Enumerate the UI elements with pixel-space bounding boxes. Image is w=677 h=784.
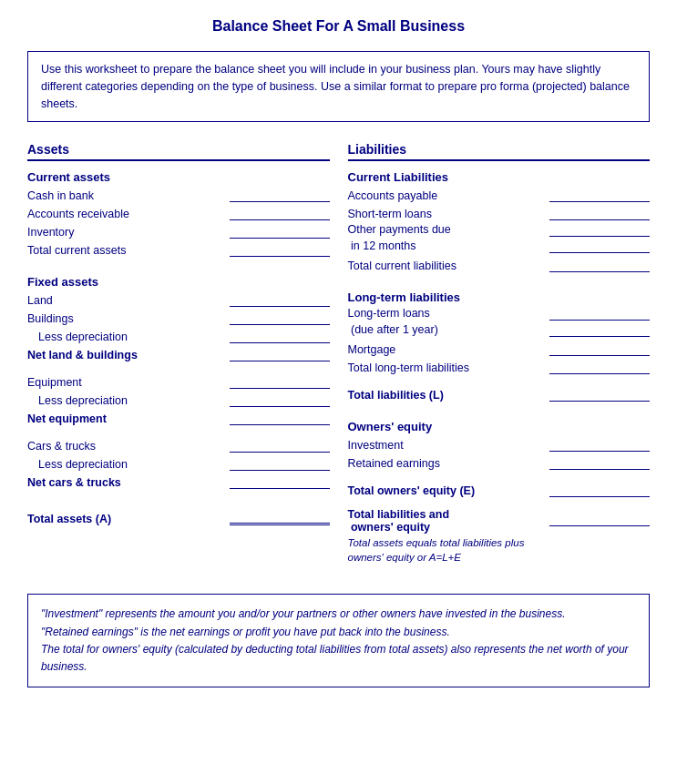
current-assets-title: Current assets [27,170,330,184]
line-item: Net equipment [27,409,330,425]
input-field[interactable] [230,224,330,239]
line-item: Net land & buildings [27,345,330,361]
input-field[interactable] [230,392,330,407]
footer-line-3: The total for owners' equity (calculated… [41,641,636,676]
item-label: Total long-term liabilities [348,361,550,374]
line-item: Cash in bank [27,186,330,202]
input-field[interactable] [549,222,650,237]
line-item: Less depreciation [27,327,330,343]
item-label: Buildings [27,312,230,325]
total-liabilities-equity-line: Total liabilities and owners' equity Tot… [348,508,651,565]
total-assets-label: Total assets (A) [27,513,230,525]
item-label: Less depreciation [27,331,230,343]
input-field[interactable] [549,306,650,321]
input-field[interactable] [230,411,330,425]
input-field[interactable] [549,258,650,272]
item-label: Cash in bank [27,189,230,202]
input-field[interactable] [230,188,330,202]
footer-line-2: "Retained earnings" is the net earnings … [41,624,636,641]
line-item: Accounts payable [348,186,651,202]
line-item: Total current assets [27,240,330,257]
input-field[interactable] [230,347,330,361]
fixed-assets-title: Fixed assets [27,275,330,289]
total-equity-label: Total owners' equity (E) [348,484,550,497]
item-label: Total current assets [27,244,230,257]
input-field[interactable] [230,438,330,453]
assets-column: Assets Current assets Cash in bank Accou… [27,142,339,527]
input-field[interactable] [230,292,330,307]
item-label: Cars & trucks [27,440,230,453]
input-field[interactable] [230,329,330,343]
intro-text: Use this worksheet to prepare the balanc… [27,51,650,122]
line-item: Other payments due in 12 months [348,222,651,254]
equity-note: Total assets equals total liabilities pl… [348,535,550,565]
input-field[interactable] [230,474,330,489]
input-field[interactable] [549,341,650,356]
line-item: Retained earnings [348,453,651,470]
input-field[interactable] [230,311,330,325]
total-assets-line: Total assets (A) [27,509,330,525]
total-liabilities-line: Total liabilities (L) [348,385,651,402]
line-item: Long-term loans (due after 1 year) [348,306,651,338]
item-label: Long-term loans (due after 1 year) [348,306,550,338]
input-field[interactable] [549,455,650,470]
line-item: Total current liabilities [348,256,651,272]
item-label: Accounts receivable [27,208,230,220]
item-label: Inventory [27,226,230,239]
line-item: Accounts receivable [27,204,330,220]
item-label: Mortgage [348,343,550,356]
line-item: Total long-term liabilities [348,358,651,374]
item-label: Investment [348,439,550,452]
line-item: Land [27,290,330,307]
line-item: Buildings [27,309,330,325]
assets-header: Assets [27,142,330,161]
line-item: Equipment [27,372,330,389]
input-field[interactable] [549,360,650,374]
input-field[interactable] [230,242,330,257]
line-item: Investment [348,435,651,452]
total-liabilities-label: Total liabilities (L) [348,389,550,402]
item-label: Total current liabilities [348,260,550,272]
input-field[interactable] [549,322,650,337]
input-field[interactable] [549,387,650,402]
input-field[interactable] [549,188,650,202]
line-item: Net cars & trucks [27,473,330,489]
liabilities-column: Liabilities Current Liabilities Accounts… [339,142,651,566]
total-assets-field[interactable] [230,511,330,525]
line-item: Short-term loans [348,204,651,220]
longterm-liabilities-title: Long-term liabilities [348,290,651,304]
line-item: Less depreciation [27,391,330,407]
item-label: Net land & buildings [27,349,230,361]
equity-title: Owners' equity [348,420,651,433]
input-field[interactable] [549,512,650,526]
footer-box: "Investment" represents the amount you a… [27,594,650,687]
input-field[interactable] [230,374,330,389]
item-label: Equipment [27,376,230,389]
item-label: Net equipment [27,412,230,425]
item-label: Other payments due in 12 months [348,222,550,254]
item-label: Land [27,294,230,307]
input-field[interactable] [549,206,650,220]
input-field[interactable] [549,483,650,497]
line-item: Mortgage [348,340,651,356]
item-label: Less depreciation [27,394,230,407]
line-item: Cars & trucks [27,436,330,453]
line-item: Less depreciation [27,454,330,471]
input-field[interactable] [230,456,330,471]
line-item: Inventory [27,222,330,239]
item-label: Net cars & trucks [27,476,230,489]
item-label: Less depreciation [27,458,230,471]
current-liabilities-title: Current Liabilities [348,170,651,184]
item-label: Retained earnings [348,457,550,470]
input-field[interactable] [549,437,650,452]
liabilities-header: Liabilities [348,142,651,161]
footer-line-1: "Investment" represents the amount you a… [41,606,636,623]
input-field[interactable] [230,206,330,220]
total-equity-line: Total owners' equity (E) [348,481,651,497]
item-label: Short-term loans [348,208,550,220]
page-title: Balance Sheet For A Small Business [27,18,650,35]
total-liabilities-equity-label: Total liabilities and owners' equity [348,508,550,534]
input-field[interactable] [549,239,650,253]
item-label: Accounts payable [348,189,550,202]
